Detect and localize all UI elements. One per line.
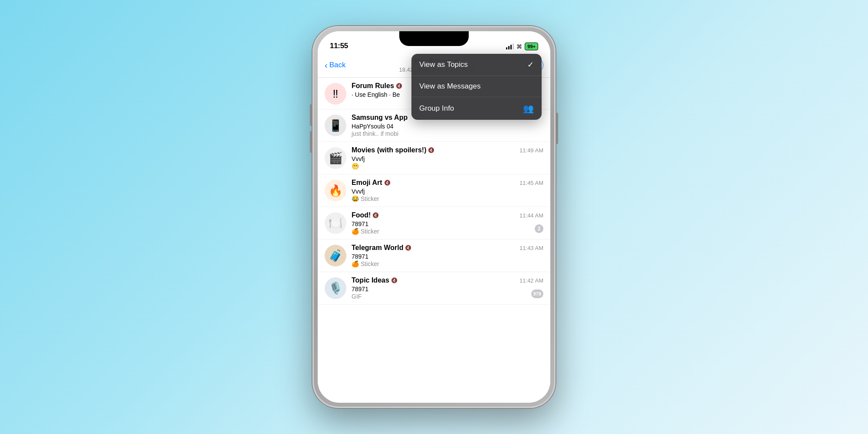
dropdown-item-view-messages[interactable]: View as Messages: [411, 76, 542, 97]
mute-icon-movies: 🔇: [428, 147, 434, 153]
topic-item-food[interactable]: 🍽️ Food! 🔇 11:44 AM 78971 🍊 Sti: [318, 207, 550, 240]
topic-avatar-movies: 🎬: [325, 147, 346, 169]
back-label: Back: [329, 61, 346, 69]
back-button[interactable]: ‹ Back: [325, 60, 345, 70]
topic-time-telegram-world: 11:43 AM: [519, 245, 543, 251]
topic-avatar-emoji-art: 🔥: [325, 180, 346, 201]
topic-name-movies: Movies (with spoilers!) 🔇: [352, 146, 434, 154]
topic-content-telegram-world: Telegram World 🔇 11:43 AM 78971 🍊 Sticke…: [352, 244, 543, 267]
topic-content-topic-ideas: Topic Ideas 🔇 11:42 AM 78971 GIF: [352, 276, 543, 300]
status-time: 11:55: [330, 42, 348, 50]
group-info-icon: 👥: [523, 103, 534, 114]
topic-sender-telegram-world: 78971: [352, 253, 543, 260]
signal-bar-1: [506, 47, 507, 49]
status-icons: ⌘ 99+: [506, 43, 538, 50]
signal-bar-4: [513, 43, 514, 49]
view-topics-check-icon: ✓: [527, 60, 534, 69]
topic-avatar-food: 🍽️: [325, 212, 346, 234]
mute-icon: 🔇: [396, 83, 402, 89]
topic-name-samsung: Samsung vs App: [352, 114, 408, 122]
topic-item-emoji-art[interactable]: 🔥 Emoji Art 🔇 11:45 AM Vvvfj 😂: [318, 174, 550, 207]
topic-sender-topic-ideas: 78971: [352, 286, 543, 293]
dropdown-label-view-topics: View as Topics: [419, 60, 468, 69]
topic-time-topic-ideas: 11:42 AM: [519, 277, 543, 284]
topic-name-food: Food! 🔇: [352, 211, 379, 219]
topic-time-movies: 11:49 AM: [519, 147, 543, 154]
mute-icon-topic-ideas: 🔇: [391, 277, 398, 283]
topic-time-food: 11:44 AM: [519, 212, 543, 219]
topic-avatar-telegram-world: 🧳: [325, 245, 346, 266]
notch: [399, 31, 469, 46]
mute-icon-telegram-world: 🔇: [405, 245, 411, 251]
topic-time-emoji-art: 11:45 AM: [519, 180, 543, 186]
phone-device: 11:55 ⌘ 99+ ‹ Back: [312, 26, 556, 408]
topic-preview-samsung: just think.. if mobi: [352, 130, 543, 137]
topic-avatar-topic-ideas: 🎙️: [325, 277, 346, 299]
signal-icon: [506, 43, 514, 49]
dropdown-label-view-messages: View as Messages: [419, 82, 480, 91]
topic-content-movies: Movies (with spoilers!) 🔇 11:49 AM Vvvfj…: [352, 146, 543, 170]
topic-sender-food: 78971: [352, 220, 543, 227]
dropdown-item-view-topics[interactable]: View as Topics ✓: [411, 54, 542, 76]
topic-sender-samsung: HaPpYsouls 04: [352, 123, 543, 130]
back-chevron-icon: ‹: [325, 60, 328, 70]
topic-avatar-forum-rules: ‼️: [325, 83, 346, 105]
topic-content-food: Food! 🔇 11:44 AM 78971 🍊 Sticker: [352, 211, 543, 235]
signal-bar-2: [508, 46, 510, 49]
topic-avatar-samsung: 📱: [325, 115, 346, 136]
topic-item-topic-ideas[interactable]: 🎙️ Topic Ideas 🔇 11:42 AM 78971 GIF: [318, 272, 550, 305]
dropdown-item-group-info[interactable]: Group Info 👥: [411, 97, 542, 120]
topic-sender-movies: Vvvfj: [352, 155, 543, 162]
wifi-icon: ⌘: [516, 43, 522, 50]
battery-indicator: 99+: [525, 43, 538, 50]
unread-badge-food: 2: [535, 224, 543, 233]
dropdown-menu: View as Topics ✓ View as Messages Group …: [411, 54, 542, 120]
topic-preview-telegram-world: 🍊 Sticker: [352, 260, 543, 267]
topic-name-forum-rules: Forum Rules 🔇: [352, 82, 402, 90]
unread-badge-topic-ideas: 978: [531, 289, 543, 298]
mute-icon-emoji-art: 🔇: [384, 180, 391, 186]
topic-name-topic-ideas: Topic Ideas 🔇: [352, 276, 398, 284]
topic-content-emoji-art: Emoji Art 🔇 11:45 AM Vvvfj 😂 Sticker: [352, 179, 543, 202]
power-button[interactable]: [556, 113, 558, 144]
topic-name-telegram-world: Telegram World 🔇: [352, 244, 411, 252]
topic-item-movies[interactable]: 🎬 Movies (with spoilers!) 🔇 11:49 AM Vvv…: [318, 142, 550, 174]
topic-item-telegram-world[interactable]: 🧳 Telegram World 🔇 11:43 AM 78971 🍊: [318, 240, 550, 272]
phone-frame: 11:55 ⌘ 99+ ‹ Back: [312, 26, 556, 408]
mute-icon-food: 🔇: [372, 212, 379, 218]
signal-bar-3: [510, 45, 512, 49]
topic-sender-emoji-art: Vvvfj: [352, 188, 543, 195]
topic-preview-food: 🍊 Sticker: [352, 228, 543, 235]
topic-name-emoji-art: Emoji Art 🔇: [352, 179, 391, 187]
topic-preview-emoji-art: 😂 Sticker: [352, 195, 543, 202]
topic-preview-topic-ideas: GIF: [352, 293, 543, 300]
phone-screen: 11:55 ⌘ 99+ ‹ Back: [318, 31, 550, 403]
dropdown-label-group-info: Group Info: [419, 104, 454, 113]
topic-preview-movies: 😁: [352, 163, 543, 170]
